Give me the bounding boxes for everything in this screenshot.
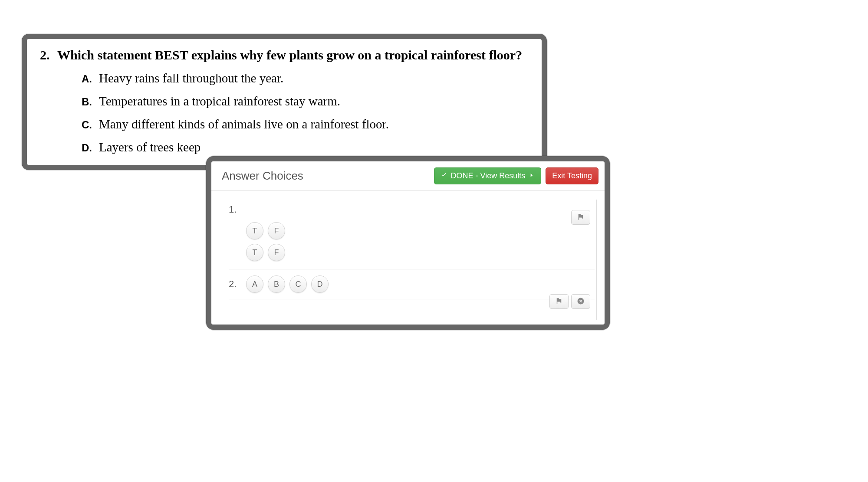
choice-t-1[interactable]: T	[246, 222, 263, 239]
flag-button-1[interactable]	[571, 210, 590, 225]
answer-card: Answer Choices DONE - View Results Exit …	[206, 156, 610, 330]
flag-icon	[555, 297, 563, 306]
option-d-letter: D.	[82, 142, 99, 154]
choice-f-2[interactable]: F	[268, 244, 285, 261]
divider-2	[229, 299, 595, 299]
option-c-text: Many different kinds of animals live on …	[99, 117, 389, 131]
answer-row-1: 1.	[229, 200, 595, 220]
question-prompt-line: 2. Which statement BEST explains why few…	[40, 48, 529, 62]
row-2-actions	[549, 294, 590, 309]
flag-button-2[interactable]	[549, 294, 569, 309]
clear-button-2[interactable]	[571, 294, 590, 309]
check-icon	[441, 171, 447, 180]
option-b-letter: B.	[82, 96, 99, 108]
choice-t-2[interactable]: T	[246, 244, 263, 261]
tf-row-1: T F	[246, 222, 595, 239]
option-a-letter: A.	[82, 73, 99, 85]
option-d[interactable]: D. Layers of trees keep	[82, 140, 529, 154]
chevron-right-icon	[529, 171, 535, 180]
option-b-text: Temperatures in a tropical rainforest st…	[99, 94, 340, 108]
done-label: DONE - View Results	[451, 171, 526, 180]
option-c[interactable]: C. Many different kinds of animals live …	[82, 117, 529, 131]
close-circle-icon	[577, 297, 585, 306]
answer-body: 1. T F T F 2. A B C D	[211, 191, 605, 325]
choice-b[interactable]: B	[268, 275, 285, 293]
answer-row-1-number: 1.	[229, 204, 246, 215]
question-prompt: Which statement BEST explains why few pl…	[57, 48, 522, 62]
flag-icon	[577, 213, 585, 222]
answer-header: Answer Choices DONE - View Results Exit …	[211, 161, 605, 191]
answer-row-2-number: 2.	[229, 279, 246, 290]
option-a-text: Heavy rains fall throughout the year.	[99, 71, 283, 85]
choice-f-1[interactable]: F	[268, 222, 285, 239]
header-buttons: DONE - View Results Exit Testing	[434, 167, 598, 184]
done-view-results-button[interactable]: DONE - View Results	[434, 167, 542, 184]
choice-c[interactable]: C	[289, 275, 307, 293]
answer-title: Answer Choices	[222, 169, 303, 183]
option-c-letter: C.	[82, 119, 99, 131]
divider-1	[229, 269, 595, 269]
question-number: 2.	[40, 48, 57, 62]
row-1-actions	[571, 210, 590, 225]
answer-row-2: 2. A B C D	[229, 271, 595, 297]
exit-testing-button[interactable]: Exit Testing	[546, 167, 598, 184]
question-options: A. Heavy rains fall throughout the year.…	[82, 71, 529, 154]
tf-row-2: T F	[246, 244, 595, 261]
option-a[interactable]: A. Heavy rains fall throughout the year.	[82, 71, 529, 85]
option-d-text: Layers of trees keep	[99, 140, 201, 154]
question-card: 2. Which statement BEST explains why few…	[22, 34, 547, 170]
option-b[interactable]: B. Temperatures in a tropical rainforest…	[82, 94, 529, 108]
choice-a[interactable]: A	[246, 275, 263, 293]
choice-d[interactable]: D	[311, 275, 329, 293]
exit-label: Exit Testing	[552, 171, 592, 180]
